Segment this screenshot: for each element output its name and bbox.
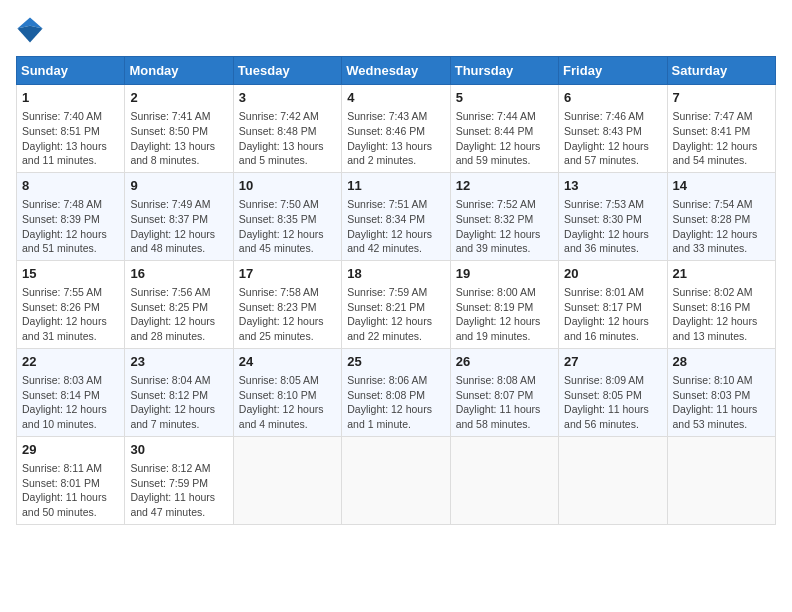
calendar-cell: 2Sunrise: 7:41 AM Sunset: 8:50 PM Daylig… <box>125 85 233 173</box>
day-number: 4 <box>347 89 444 107</box>
calendar-cell: 4Sunrise: 7:43 AM Sunset: 8:46 PM Daylig… <box>342 85 450 173</box>
day-detail: Sunrise: 7:55 AM Sunset: 8:26 PM Dayligh… <box>22 285 119 344</box>
day-detail: Sunrise: 7:49 AM Sunset: 8:37 PM Dayligh… <box>130 197 227 256</box>
calendar-cell: 15Sunrise: 7:55 AM Sunset: 8:26 PM Dayli… <box>17 260 125 348</box>
calendar-cell: 8Sunrise: 7:48 AM Sunset: 8:39 PM Daylig… <box>17 172 125 260</box>
calendar-cell <box>342 436 450 524</box>
day-number: 21 <box>673 265 770 283</box>
calendar-cell <box>450 436 558 524</box>
day-number: 29 <box>22 441 119 459</box>
calendar-cell: 1Sunrise: 7:40 AM Sunset: 8:51 PM Daylig… <box>17 85 125 173</box>
calendar-cell: 21Sunrise: 8:02 AM Sunset: 8:16 PM Dayli… <box>667 260 775 348</box>
header-row: SundayMondayTuesdayWednesdayThursdayFrid… <box>17 57 776 85</box>
day-detail: Sunrise: 7:44 AM Sunset: 8:44 PM Dayligh… <box>456 109 553 168</box>
calendar-cell: 27Sunrise: 8:09 AM Sunset: 8:05 PM Dayli… <box>559 348 667 436</box>
header-day-monday: Monday <box>125 57 233 85</box>
svg-marker-1 <box>17 26 42 43</box>
calendar-cell: 16Sunrise: 7:56 AM Sunset: 8:25 PM Dayli… <box>125 260 233 348</box>
day-number: 24 <box>239 353 336 371</box>
calendar-cell <box>667 436 775 524</box>
day-detail: Sunrise: 7:47 AM Sunset: 8:41 PM Dayligh… <box>673 109 770 168</box>
day-detail: Sunrise: 7:52 AM Sunset: 8:32 PM Dayligh… <box>456 197 553 256</box>
day-number: 27 <box>564 353 661 371</box>
calendar-cell <box>233 436 341 524</box>
calendar-cell: 18Sunrise: 7:59 AM Sunset: 8:21 PM Dayli… <box>342 260 450 348</box>
calendar-cell: 7Sunrise: 7:47 AM Sunset: 8:41 PM Daylig… <box>667 85 775 173</box>
day-number: 12 <box>456 177 553 195</box>
header-day-thursday: Thursday <box>450 57 558 85</box>
day-number: 10 <box>239 177 336 195</box>
day-number: 14 <box>673 177 770 195</box>
day-number: 7 <box>673 89 770 107</box>
calendar-cell: 9Sunrise: 7:49 AM Sunset: 8:37 PM Daylig… <box>125 172 233 260</box>
day-detail: Sunrise: 8:01 AM Sunset: 8:17 PM Dayligh… <box>564 285 661 344</box>
day-detail: Sunrise: 8:08 AM Sunset: 8:07 PM Dayligh… <box>456 373 553 432</box>
calendar-cell: 17Sunrise: 7:58 AM Sunset: 8:23 PM Dayli… <box>233 260 341 348</box>
day-number: 3 <box>239 89 336 107</box>
day-number: 13 <box>564 177 661 195</box>
day-number: 26 <box>456 353 553 371</box>
day-detail: Sunrise: 7:46 AM Sunset: 8:43 PM Dayligh… <box>564 109 661 168</box>
header-day-tuesday: Tuesday <box>233 57 341 85</box>
day-number: 16 <box>130 265 227 283</box>
week-row-4: 22Sunrise: 8:03 AM Sunset: 8:14 PM Dayli… <box>17 348 776 436</box>
day-detail: Sunrise: 7:56 AM Sunset: 8:25 PM Dayligh… <box>130 285 227 344</box>
day-number: 11 <box>347 177 444 195</box>
day-number: 2 <box>130 89 227 107</box>
day-number: 22 <box>22 353 119 371</box>
logo-icon <box>16 16 44 44</box>
calendar-cell: 20Sunrise: 8:01 AM Sunset: 8:17 PM Dayli… <box>559 260 667 348</box>
logo <box>16 16 48 44</box>
week-row-1: 1Sunrise: 7:40 AM Sunset: 8:51 PM Daylig… <box>17 85 776 173</box>
day-detail: Sunrise: 7:53 AM Sunset: 8:30 PM Dayligh… <box>564 197 661 256</box>
calendar-cell: 26Sunrise: 8:08 AM Sunset: 8:07 PM Dayli… <box>450 348 558 436</box>
calendar-cell: 13Sunrise: 7:53 AM Sunset: 8:30 PM Dayli… <box>559 172 667 260</box>
calendar-cell: 30Sunrise: 8:12 AM Sunset: 7:59 PM Dayli… <box>125 436 233 524</box>
day-detail: Sunrise: 7:50 AM Sunset: 8:35 PM Dayligh… <box>239 197 336 256</box>
day-number: 8 <box>22 177 119 195</box>
day-number: 30 <box>130 441 227 459</box>
day-detail: Sunrise: 7:41 AM Sunset: 8:50 PM Dayligh… <box>130 109 227 168</box>
day-detail: Sunrise: 8:09 AM Sunset: 8:05 PM Dayligh… <box>564 373 661 432</box>
calendar-cell: 19Sunrise: 8:00 AM Sunset: 8:19 PM Dayli… <box>450 260 558 348</box>
day-detail: Sunrise: 8:11 AM Sunset: 8:01 PM Dayligh… <box>22 461 119 520</box>
calendar-cell: 5Sunrise: 7:44 AM Sunset: 8:44 PM Daylig… <box>450 85 558 173</box>
calendar-cell: 29Sunrise: 8:11 AM Sunset: 8:01 PM Dayli… <box>17 436 125 524</box>
day-number: 6 <box>564 89 661 107</box>
week-row-2: 8Sunrise: 7:48 AM Sunset: 8:39 PM Daylig… <box>17 172 776 260</box>
header-day-saturday: Saturday <box>667 57 775 85</box>
calendar-cell: 25Sunrise: 8:06 AM Sunset: 8:08 PM Dayli… <box>342 348 450 436</box>
calendar-cell: 28Sunrise: 8:10 AM Sunset: 8:03 PM Dayli… <box>667 348 775 436</box>
day-detail: Sunrise: 7:58 AM Sunset: 8:23 PM Dayligh… <box>239 285 336 344</box>
day-detail: Sunrise: 7:51 AM Sunset: 8:34 PM Dayligh… <box>347 197 444 256</box>
calendar-table: SundayMondayTuesdayWednesdayThursdayFrid… <box>16 56 776 525</box>
calendar-cell: 22Sunrise: 8:03 AM Sunset: 8:14 PM Dayli… <box>17 348 125 436</box>
day-detail: Sunrise: 8:06 AM Sunset: 8:08 PM Dayligh… <box>347 373 444 432</box>
day-number: 18 <box>347 265 444 283</box>
page-header <box>16 16 776 44</box>
week-row-3: 15Sunrise: 7:55 AM Sunset: 8:26 PM Dayli… <box>17 260 776 348</box>
day-detail: Sunrise: 7:48 AM Sunset: 8:39 PM Dayligh… <box>22 197 119 256</box>
day-number: 5 <box>456 89 553 107</box>
calendar-cell: 11Sunrise: 7:51 AM Sunset: 8:34 PM Dayli… <box>342 172 450 260</box>
day-number: 15 <box>22 265 119 283</box>
day-detail: Sunrise: 8:03 AM Sunset: 8:14 PM Dayligh… <box>22 373 119 432</box>
calendar-cell: 10Sunrise: 7:50 AM Sunset: 8:35 PM Dayli… <box>233 172 341 260</box>
week-row-5: 29Sunrise: 8:11 AM Sunset: 8:01 PM Dayli… <box>17 436 776 524</box>
day-detail: Sunrise: 7:43 AM Sunset: 8:46 PM Dayligh… <box>347 109 444 168</box>
day-number: 9 <box>130 177 227 195</box>
day-detail: Sunrise: 8:05 AM Sunset: 8:10 PM Dayligh… <box>239 373 336 432</box>
calendar-cell: 6Sunrise: 7:46 AM Sunset: 8:43 PM Daylig… <box>559 85 667 173</box>
header-day-wednesday: Wednesday <box>342 57 450 85</box>
day-detail: Sunrise: 8:04 AM Sunset: 8:12 PM Dayligh… <box>130 373 227 432</box>
header-day-sunday: Sunday <box>17 57 125 85</box>
day-detail: Sunrise: 8:10 AM Sunset: 8:03 PM Dayligh… <box>673 373 770 432</box>
calendar-cell: 14Sunrise: 7:54 AM Sunset: 8:28 PM Dayli… <box>667 172 775 260</box>
calendar-cell: 24Sunrise: 8:05 AM Sunset: 8:10 PM Dayli… <box>233 348 341 436</box>
day-number: 17 <box>239 265 336 283</box>
day-detail: Sunrise: 8:12 AM Sunset: 7:59 PM Dayligh… <box>130 461 227 520</box>
calendar-cell <box>559 436 667 524</box>
day-number: 20 <box>564 265 661 283</box>
day-number: 25 <box>347 353 444 371</box>
day-detail: Sunrise: 7:59 AM Sunset: 8:21 PM Dayligh… <box>347 285 444 344</box>
